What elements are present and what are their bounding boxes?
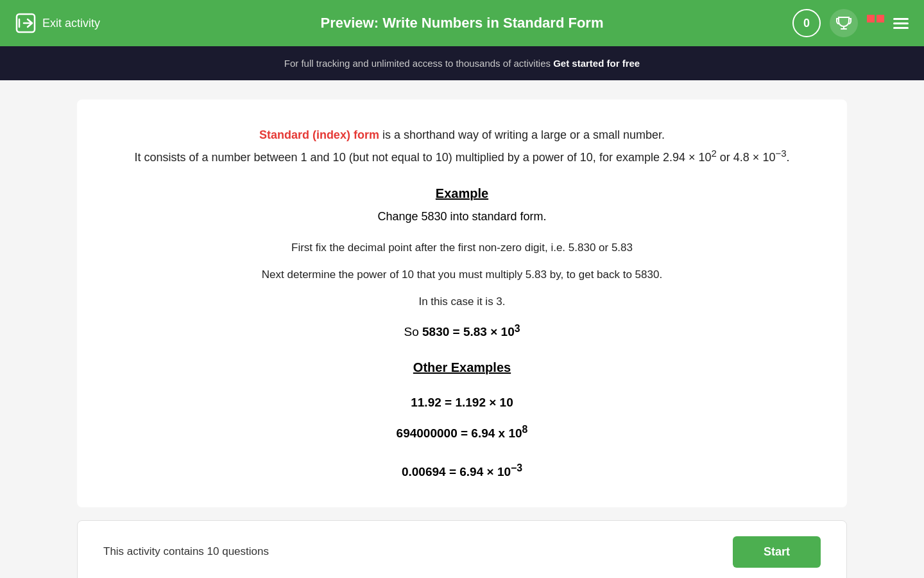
exit-activity-button[interactable]: Exit activity: [15, 13, 100, 33]
header: Exit activity Preview: Write Numbers in …: [0, 0, 924, 46]
step2-text: Next determine the power of 10 that you …: [116, 268, 809, 281]
trophy-icon: [835, 15, 852, 31]
bottom-bar: This activity contains 10 questions Star…: [77, 520, 847, 578]
example-2: 694000000 = 6.94 x 108: [116, 418, 809, 446]
ex1-text: 11.92 = 1.192 × 10: [411, 396, 513, 409]
start-button[interactable]: Start: [733, 536, 821, 568]
exit-activity-label: Exit activity: [42, 17, 100, 30]
result-bold: 5830 = 5.83 × 10: [422, 326, 515, 339]
puzzle-icon[interactable]: [867, 15, 884, 32]
result-text: So 5830 = 5.83 × 103: [116, 322, 809, 339]
questions-label: This activity contains 10 questions: [103, 545, 269, 558]
intro-text-part1: is a shorthand way of writing a large or…: [379, 128, 665, 141]
ex3-text: 0.00694 = 6.94 × 10−3: [402, 465, 522, 478]
other-examples-list: 11.92 = 1.192 × 10 694000000 = 6.94 x 10…: [116, 389, 809, 486]
exit-icon: [15, 13, 36, 33]
example-3: 0.00694 = 6.94 × 10−3: [116, 457, 809, 485]
example-heading: Example: [116, 186, 809, 201]
intro-text-part4: .: [787, 151, 790, 164]
result-sup: 3: [515, 322, 520, 333]
step1-text: First fix the decimal point after the fi…: [116, 241, 809, 254]
intro-paragraph: Standard (index) form is a shorthand way…: [116, 125, 809, 167]
intro-text-part3: or 4.8 × 10: [717, 151, 776, 164]
example-1: 11.92 = 1.192 × 10: [116, 389, 809, 416]
main-content: Standard (index) form is a shorthand way…: [77, 100, 847, 507]
step3-text: In this case it is 3.: [116, 295, 809, 308]
banner-text: For full tracking and unlimited access t…: [284, 58, 553, 69]
ex2-text: 694000000 = 6.94 x 108: [397, 426, 528, 440]
trophy-button[interactable]: [830, 9, 858, 37]
sup2: −3: [775, 148, 786, 159]
banner-cta: Get started for free: [553, 58, 640, 69]
sup1: 2: [712, 148, 717, 159]
other-examples-heading: Other Examples: [116, 360, 809, 375]
header-controls: 0: [792, 9, 909, 37]
score-badge[interactable]: 0: [792, 9, 821, 37]
promo-banner: For full tracking and unlimited access t…: [0, 46, 924, 80]
page-title: Preview: Write Numbers in Standard Form: [321, 15, 604, 31]
example-question: Change 5830 into standard form.: [116, 210, 809, 223]
result-prefix: So: [404, 326, 422, 339]
menu-button[interactable]: [893, 18, 909, 29]
term-highlight: Standard (index) form: [259, 128, 379, 141]
intro-text-part2: It consists of a number between 1 and 10…: [134, 151, 711, 164]
